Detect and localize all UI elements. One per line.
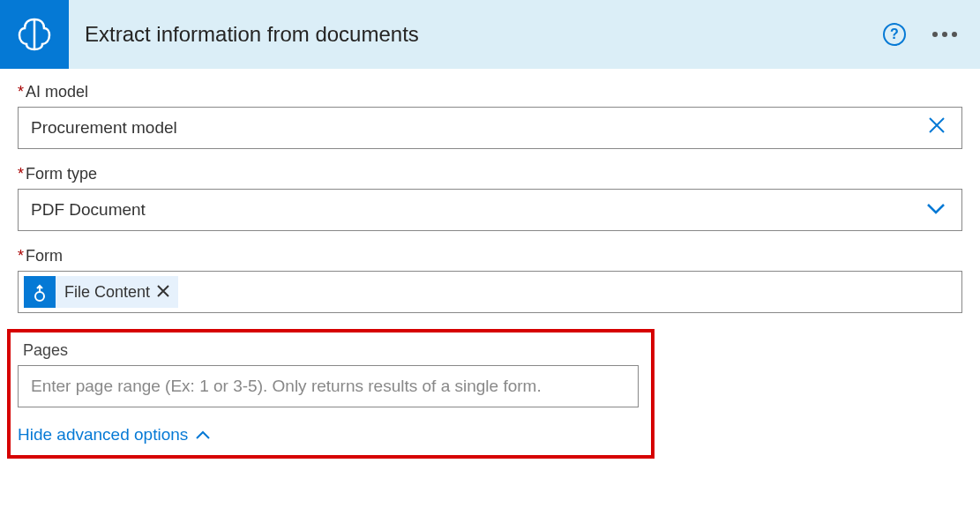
ai-model-value: Procurement model: [31, 118, 924, 138]
chevron-down-icon[interactable]: [923, 197, 949, 223]
ai-model-label: *AI model: [18, 83, 962, 101]
hide-advanced-options-link[interactable]: Hide advanced options: [18, 425, 211, 445]
advanced-link-label: Hide advanced options: [18, 425, 188, 445]
form-field: *Form File Content: [18, 247, 962, 313]
svg-point-1: [35, 292, 44, 301]
form-label: *Form: [18, 247, 962, 265]
ai-brain-icon: [14, 14, 55, 55]
token-label: File Content: [64, 283, 150, 302]
dynamic-content-token[interactable]: File Content: [24, 276, 178, 308]
pages-highlight: Pages Hide advanced options: [7, 329, 655, 459]
ai-model-input[interactable]: Procurement model: [18, 107, 962, 149]
file-content-icon: [24, 276, 56, 308]
connector-icon: [0, 0, 69, 69]
help-icon[interactable]: ?: [883, 23, 906, 46]
header-actions: ?: [883, 23, 980, 46]
form-type-dropdown[interactable]: PDF Document: [18, 189, 962, 231]
card-title: Extract information from documents: [85, 22, 883, 47]
form-input[interactable]: File Content: [18, 271, 962, 313]
form-type-label: *Form type: [18, 165, 962, 183]
form-type-field: *Form type PDF Document: [18, 165, 962, 231]
token-remove-icon[interactable]: [157, 283, 169, 302]
more-menu-icon[interactable]: [932, 32, 957, 37]
clear-icon[interactable]: [924, 113, 949, 143]
card-header: Extract information from documents ?: [0, 0, 980, 69]
chevron-up-icon: [195, 430, 211, 440]
pages-input[interactable]: [18, 365, 639, 407]
pages-label: Pages: [23, 341, 639, 360]
ai-model-field: *AI model Procurement model: [18, 83, 962, 149]
card-body: *AI model Procurement model *Form type P…: [0, 69, 980, 459]
form-type-value: PDF Document: [31, 200, 923, 220]
